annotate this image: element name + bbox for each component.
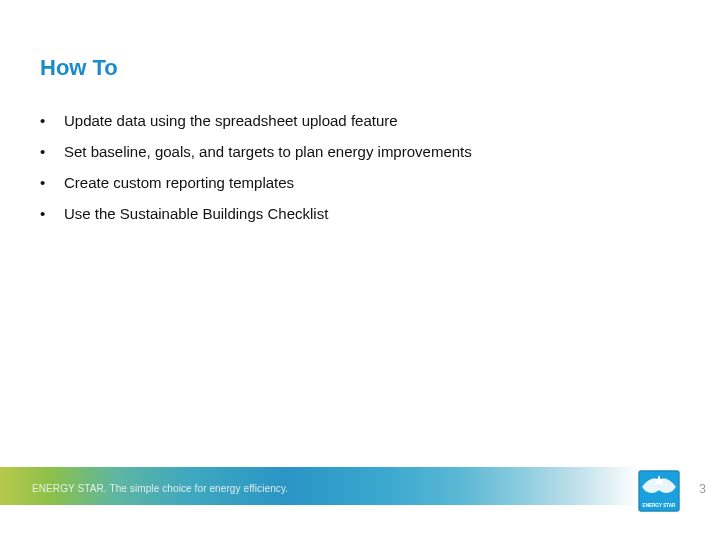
bullet-icon: • <box>40 203 64 224</box>
bullet-icon: • <box>40 141 64 162</box>
list-item: • Update data using the spreadsheet uplo… <box>40 110 680 131</box>
bullet-text: Use the Sustainable Buildings Checklist <box>64 203 328 224</box>
svg-text:ENERGY STAR: ENERGY STAR <box>643 503 677 508</box>
bullet-text: Update data using the spreadsheet upload… <box>64 110 398 131</box>
slide-title: How To <box>40 55 118 81</box>
slide: How To • Update data using the spreadshe… <box>0 0 720 540</box>
bullet-text: Create custom reporting templates <box>64 172 294 193</box>
page-number: 3 <box>699 482 706 496</box>
energy-star-logo-icon: ENERGY STAR <box>638 470 680 512</box>
bullet-icon: • <box>40 110 64 131</box>
list-item: • Set baseline, goals, and targets to pl… <box>40 141 680 162</box>
bullet-text: Set baseline, goals, and targets to plan… <box>64 141 472 162</box>
bullet-list: • Update data using the spreadsheet uplo… <box>40 110 680 234</box>
list-item: • Create custom reporting templates <box>40 172 680 193</box>
footer-tagline: ENERGY STAR. The simple choice for energ… <box>32 483 288 494</box>
bullet-icon: • <box>40 172 64 193</box>
list-item: • Use the Sustainable Buildings Checklis… <box>40 203 680 224</box>
